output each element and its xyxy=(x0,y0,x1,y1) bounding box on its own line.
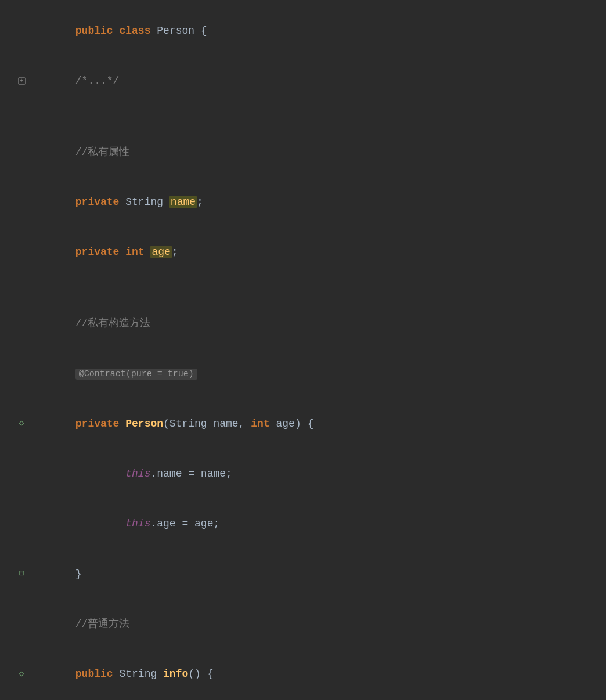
line-comment-normal: //普通方法 xyxy=(0,599,606,649)
line-content-comment-normal: //普通方法 xyxy=(32,599,594,649)
line-annotation: @Contract(pure = true) xyxy=(0,348,606,398)
dot-name: .name = name; xyxy=(150,468,232,479)
line-close-constructor: ⊟ } xyxy=(0,549,606,599)
gutter-close-constructor: ⊟ xyxy=(0,569,32,579)
close-constructor-icon: ⊟ xyxy=(17,569,26,579)
line-content-empty-1 xyxy=(32,108,594,125)
constructor-gutter-icon: ◇ xyxy=(17,419,26,428)
folded-comment: /*...*/ xyxy=(75,75,120,86)
line-folded: + /*...*/ xyxy=(0,56,606,106)
fold-button[interactable]: + xyxy=(17,77,26,86)
gutter-fold: + xyxy=(0,77,32,86)
line-empty-1 xyxy=(0,106,606,127)
param-age: age) { xyxy=(270,418,314,430)
line-content-constructor-sig: private Person(String name, int age) { xyxy=(32,399,594,449)
semicolon-2: ; xyxy=(172,246,178,258)
code-editor: public class Person { + /*...*/ //私有属性 p… xyxy=(0,0,606,700)
gutter-info-sig: ◇ xyxy=(0,670,32,679)
annotation-badge: @Contract(pure = true) xyxy=(75,369,197,380)
keyword-public: public xyxy=(75,25,120,37)
kw-this-1: this xyxy=(125,468,150,479)
method-info: info xyxy=(163,668,188,680)
keyword-class: class xyxy=(119,25,157,37)
line-content-this-name: this.name = name; xyxy=(32,449,594,499)
kw-private-2: private xyxy=(75,246,125,258)
type-string-2: String xyxy=(119,668,163,680)
info-gutter-icon: ◇ xyxy=(17,670,26,679)
type-string-1: String xyxy=(125,196,169,208)
line-content-annotation: @Contract(pure = true) xyxy=(32,348,594,398)
comment-normal-method: //普通方法 xyxy=(75,618,130,630)
token-age: age xyxy=(150,246,171,258)
gutter-constructor-sig: ◇ xyxy=(0,419,32,428)
line-content-comment-constructor: //私有构造方法 xyxy=(32,298,594,348)
line-class-decl: public class Person { xyxy=(0,6,606,56)
line-comment-constructor: //私有构造方法 xyxy=(0,298,606,348)
brace-close-1: } xyxy=(75,568,82,580)
line-comment-props: //私有属性 xyxy=(0,127,606,177)
line-content-private-string: private String name; xyxy=(32,177,594,227)
line-content-this-age: this.age = age; xyxy=(32,499,594,549)
class-name: Person { xyxy=(157,25,207,37)
comment-private-constructor: //私有构造方法 xyxy=(75,317,151,329)
kw-int-1: int xyxy=(125,246,150,258)
line-content-private-int: private int age; xyxy=(32,228,594,277)
kw-private-3: private xyxy=(75,418,125,430)
line-content-comment-props: //私有属性 xyxy=(32,127,594,177)
line-empty-2 xyxy=(0,277,606,298)
kw-this-2: this xyxy=(125,518,150,529)
line-content-empty-2 xyxy=(32,280,594,297)
dot-age: .age = age; xyxy=(150,518,219,529)
kw-private-1: private xyxy=(75,196,125,208)
line-private-string: private String name; xyxy=(0,177,606,227)
method-person: Person xyxy=(125,418,163,430)
line-content-fold: /*...*/ xyxy=(32,56,594,106)
line-this-age: this.age = age; xyxy=(0,499,606,549)
line-info-sig: ◇ public String info() { xyxy=(0,650,606,699)
info-parens: () { xyxy=(188,668,213,680)
line-content-1: public class Person { xyxy=(32,6,594,56)
line-this-name: this.name = name; xyxy=(0,449,606,499)
paren-open: (String name, xyxy=(163,418,251,430)
line-content-info-sig: public String info() { xyxy=(32,650,594,699)
token-name: name xyxy=(169,196,197,208)
line-constructor-sig: ◇ private Person(String name, int age) { xyxy=(0,399,606,449)
comment-private-props: //私有属性 xyxy=(75,146,130,158)
kw-public-1: public xyxy=(75,668,120,680)
line-private-int: private int age; xyxy=(0,228,606,277)
kw-int-2: int xyxy=(251,418,269,430)
line-content-close-constructor: } xyxy=(32,549,594,599)
semicolon-1: ; xyxy=(197,196,203,208)
